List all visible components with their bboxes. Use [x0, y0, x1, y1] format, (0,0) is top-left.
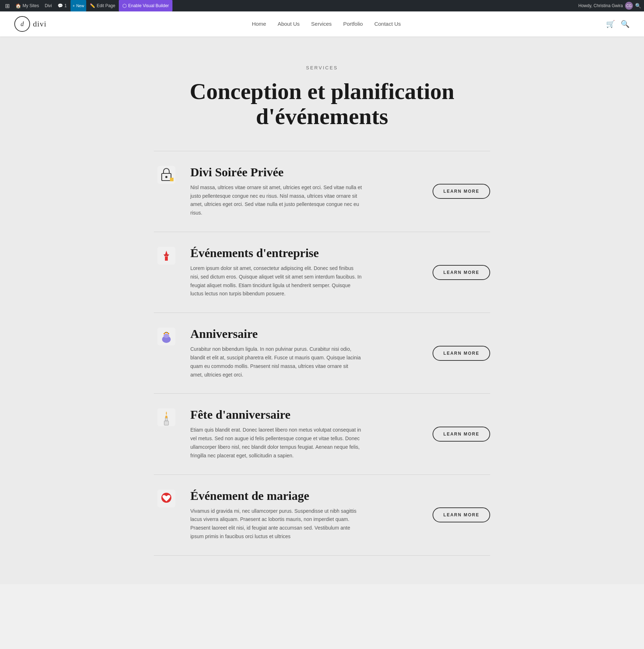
edit-page-button[interactable]: ✏️ Edit Page: [88, 0, 117, 11]
new-button[interactable]: + New: [70, 0, 86, 11]
wp-logo-button[interactable]: ⊞: [3, 0, 12, 11]
nav-links: Home About Us Services Portfolio Contact…: [252, 21, 401, 27]
service-icon-soiree-privee: [154, 166, 179, 184]
learn-more-button-evenement-mariage[interactable]: LEARN MORE: [433, 507, 490, 522]
service-title-evenements-entreprise: Événements d'entreprise: [190, 246, 413, 260]
search-icon[interactable]: 🔍: [635, 3, 641, 9]
service-desc-fete-anniversaire: Etiam quis blandit erat. Donec laoreet l…: [190, 426, 362, 460]
service-item-anniversaire: Anniversaire Curabitur non bibendum ligu…: [154, 313, 490, 394]
search-nav-icon[interactable]: 🔍: [621, 20, 630, 28]
learn-more-button-evenements-entreprise[interactable]: LEARN MORE: [433, 265, 490, 280]
service-desc-evenement-mariage: Vivamus id gravida mi, nec ullamcorper p…: [190, 507, 362, 541]
learn-more-button-fete-anniversaire[interactable]: LEARN MORE: [433, 427, 490, 442]
hero-section: SERVICES Conception et planification d'é…: [0, 36, 644, 151]
svg-point-10: [168, 333, 169, 334]
service-item-evenements-entreprise: Événements d'entreprise Lorem ipsum dolo…: [154, 232, 490, 313]
svg-rect-5: [165, 256, 168, 261]
user-avatar: CG: [625, 2, 633, 10]
hero-title: Conception et planification d'événements: [179, 79, 465, 129]
service-content-evenement-mariage: Événement de mariage Vivamus id gravida …: [190, 489, 413, 541]
plus-icon: +: [73, 4, 75, 8]
sites-icon: 🏠: [15, 3, 21, 9]
nav-contact[interactable]: Contact Us: [374, 21, 401, 27]
edit-icon: ✏️: [90, 3, 95, 8]
cart-icon[interactable]: 🛒: [606, 20, 615, 28]
learn-more-button-anniversaire[interactable]: LEARN MORE: [433, 346, 490, 361]
svg-point-9: [164, 333, 165, 334]
service-title-soiree-privee: Divi Soirée Privée: [190, 166, 413, 179]
svg-point-11: [166, 332, 167, 333]
svg-point-15: [165, 416, 167, 418]
services-list: Divi Soirée Privée Nisl massa, ultrices …: [147, 151, 497, 556]
service-item-fete-anniversaire: Fête d'anniversaire Etiam quis blandit e…: [154, 394, 490, 475]
service-content-soiree-privee: Divi Soirée Privée Nisl massa, ultrices …: [190, 166, 413, 217]
service-content-fete-anniversaire: Fête d'anniversaire Etiam quis blandit e…: [190, 408, 413, 460]
svg-rect-3: [170, 178, 174, 181]
nav-utility-icons: 🛒 🔍: [606, 20, 630, 28]
service-title-anniversaire: Anniversaire: [190, 327, 413, 341]
service-icon-anniversaire: [154, 327, 179, 346]
my-sites-button[interactable]: 🏠 My Sites: [13, 0, 41, 11]
comments-button[interactable]: 💬 1: [55, 0, 69, 11]
service-title-evenement-mariage: Événement de mariage: [190, 489, 413, 503]
nav-about[interactable]: About Us: [278, 21, 300, 27]
services-section: Divi Soirée Privée Nisl massa, ultrices …: [0, 151, 644, 584]
nav-portfolio[interactable]: Portfolio: [343, 21, 363, 27]
logo-text: divi: [33, 19, 47, 29]
service-desc-evenements-entreprise: Lorem ipsum dolor sit amet, consectetur …: [190, 264, 362, 298]
service-content-evenements-entreprise: Événements d'entreprise Lorem ipsum dolo…: [190, 246, 413, 298]
service-item-soiree-privee: Divi Soirée Privée Nisl massa, ultrices …: [154, 151, 490, 232]
divi-icon: ⬡: [122, 3, 127, 9]
service-icon-evenement-mariage: [154, 489, 179, 508]
wp-logo-icon: ⊞: [5, 3, 10, 9]
howdy-area: Howdy, Christina Gwira CG 🔍: [579, 2, 641, 10]
hero-subtitle: SERVICES: [14, 65, 630, 70]
service-content-anniversaire: Anniversaire Curabitur non bibendum ligu…: [190, 327, 413, 379]
logo-circle: d: [14, 16, 30, 32]
service-icon-evenements-entreprise: [154, 246, 179, 265]
learn-more-button-soiree-privee[interactable]: LEARN MORE: [433, 184, 490, 199]
main-navigation: d divi Home About Us Services Portfolio …: [0, 11, 644, 36]
comment-icon: 💬: [58, 3, 63, 8]
logo[interactable]: d divi: [14, 16, 47, 32]
svg-point-2: [165, 176, 167, 178]
svg-rect-13: [164, 421, 169, 425]
service-desc-soiree-privee: Nisl massa, ultrices vitae ornare sit am…: [190, 183, 362, 217]
service-desc-anniversaire: Curabitur non bibendum ligula. In non pu…: [190, 345, 362, 379]
nav-home[interactable]: Home: [252, 21, 266, 27]
enable-visual-builder-button[interactable]: ⬡ Enable Visual Builder: [119, 0, 172, 11]
admin-bar: ⊞ 🏠 My Sites Divi 💬 1 + New ✏️ Edit Page…: [0, 0, 644, 11]
service-icon-fete-anniversaire: [154, 408, 179, 427]
service-item-evenement-mariage: Événement de mariage Vivamus id gravida …: [154, 475, 490, 556]
nav-services[interactable]: Services: [311, 21, 332, 27]
divi-button[interactable]: Divi: [43, 0, 54, 11]
service-title-fete-anniversaire: Fête d'anniversaire: [190, 408, 413, 422]
